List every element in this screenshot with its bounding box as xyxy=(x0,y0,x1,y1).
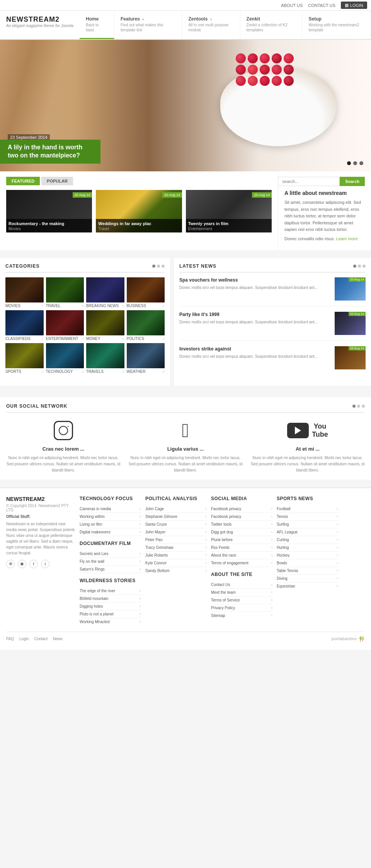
featured-tab[interactable]: FEATURED xyxy=(6,177,40,185)
featured-card-3[interactable]: 20 Aug 14 Twenty years in film Entertain… xyxy=(186,190,272,232)
category-travels[interactable]: TRAVELS○ xyxy=(86,343,124,374)
hero-dot-1[interactable] xyxy=(347,161,351,165)
news-item-1[interactable]: Spa vouchers for wellness Donec mollis o… xyxy=(179,277,366,306)
contact-us-link[interactable]: CONTACT US xyxy=(308,3,335,8)
category-sports[interactable]: SPORTS○ xyxy=(5,343,44,374)
hero-dot-2[interactable] xyxy=(353,161,357,165)
footer-faq-link[interactable]: FAQ xyxy=(6,637,14,641)
footer-link-john-mayer[interactable]: John Mayer○ xyxy=(145,528,207,536)
nav-features[interactable]: Features ▾ Find out what makes this temp… xyxy=(114,11,182,39)
facebook-icon[interactable]: f xyxy=(29,560,38,568)
footer-link-fb1[interactable]: Facebook privacy○ xyxy=(211,505,273,513)
footer-link-secrets[interactable]: Secrets and Lies○ xyxy=(80,550,141,558)
footer-link-kyle[interactable]: Kyle Connor○ xyxy=(145,559,207,567)
about-text-2: Donec convallis odio risus. Learn more xyxy=(284,236,365,243)
footer-link-surfing[interactable]: Surfing○ xyxy=(277,521,339,528)
footer-link-peter-pan[interactable]: Peter Pan○ xyxy=(145,536,207,544)
footer-link-table-tennis[interactable]: Table Tennis○ xyxy=(277,567,339,575)
footer-link-curling[interactable]: Curling○ xyxy=(277,536,339,544)
footer-bottom: FAQ Login Contact News joomlabamboo 🎋 xyxy=(6,632,365,642)
featured-card-1[interactable]: 20 Aug 14 Rockumentary - the making Movi… xyxy=(6,190,92,232)
footer-link-santa-cruze[interactable]: Santa Cruze○ xyxy=(145,521,207,528)
category-breaking-news[interactable]: BREAKING NEWS○ xyxy=(86,277,124,308)
footer-login-link[interactable]: Login xyxy=(19,637,29,641)
feat-badge-1: 20 Aug 14 xyxy=(73,192,92,198)
rss-icon[interactable]: ◉ xyxy=(18,560,26,568)
footer-link-john-cage[interactable]: John Cage○ xyxy=(145,505,207,513)
footer-link-working[interactable]: Working within○ xyxy=(80,513,141,521)
nav-zentools[interactable]: Zentools ▾ All in one multi purpose modu… xyxy=(182,11,240,39)
footer-news-link[interactable]: News xyxy=(53,637,63,641)
footer-link-sitemap[interactable]: Sitemap○ xyxy=(211,612,273,619)
footer-link-living[interactable]: Living on film○ xyxy=(80,521,141,528)
search-input[interactable] xyxy=(278,177,340,186)
footer-link-stephanie[interactable]: Stephanie Gilmore○ xyxy=(145,513,207,521)
footer-col-4: SOCIAL MEDIA Facebook privacy○ Facebook … xyxy=(211,496,273,625)
footer-link-julie[interactable]: Julie Roberts○ xyxy=(145,552,207,559)
category-technology[interactable]: TECHNOLOGY○ xyxy=(46,343,84,374)
footer-link-bowls[interactable]: Bowls○ xyxy=(277,559,339,567)
footer-link-contact[interactable]: Contact Us○ xyxy=(211,581,273,589)
category-politics[interactable]: POLITICS○ xyxy=(127,310,165,341)
footer-contact-link[interactable]: Contact xyxy=(34,637,47,641)
footer-link-afl[interactable]: AFL League○ xyxy=(277,528,339,536)
footer-link-cameras[interactable]: Cameras in media○ xyxy=(80,505,141,513)
footer-link-tos[interactable]: Terms of Service○ xyxy=(211,596,273,604)
popular-tab[interactable]: POPULAR xyxy=(41,177,73,185)
footer-link-fb2[interactable]: Facebook privacy○ xyxy=(211,513,273,521)
footer-link-tracy[interactable]: Tracy Grimshaw○ xyxy=(145,544,207,552)
nav-home[interactable]: Home Back to base xyxy=(80,11,114,39)
footer-link-twitter-tools[interactable]: Twitter tools○ xyxy=(211,521,273,528)
footer-link-rss-feeds[interactable]: Rss Feeds○ xyxy=(211,544,273,552)
feat-badge-2: 20 Aug 14 xyxy=(162,192,182,198)
about-text-1: Sit amet, consectetur adipiscing elit. S… xyxy=(284,199,365,233)
footer-link-plunk[interactable]: Plunk before○ xyxy=(211,536,273,544)
footer-link-about-race[interactable]: About the race○ xyxy=(211,552,273,559)
dribbble-icon[interactable]: ⊕ xyxy=(6,560,15,568)
footer-link-digg[interactable]: Digg got dug○ xyxy=(211,528,273,536)
learn-more-link[interactable]: Learn more xyxy=(336,236,357,241)
news-item-2[interactable]: Party like it's 1999 Donec mollis orci v… xyxy=(179,312,366,341)
login-button[interactable]: ▦ LOGIN xyxy=(341,2,367,9)
nav-zenkit[interactable]: Zenkit Zenkit a collection of K2 templat… xyxy=(240,11,303,39)
hero-illustration xyxy=(209,46,348,162)
feat-badge-3: 20 Aug 14 xyxy=(252,192,272,198)
footer-link-football[interactable]: Football○ xyxy=(277,505,339,513)
footer-link-digging[interactable]: Digging holes○ xyxy=(80,603,141,610)
footer-link-terms-eng[interactable]: Terms of engagement○ xyxy=(211,559,273,567)
footer-link-working-miracles[interactable]: Working Miracles!○ xyxy=(80,618,141,625)
category-travel[interactable]: TRAVEL○ xyxy=(46,277,84,308)
footer-link-saturn[interactable]: Saturn's Rings○ xyxy=(80,566,141,573)
hero-dot-3[interactable] xyxy=(359,161,363,165)
about-us-link[interactable]: ABOUT US xyxy=(281,3,303,8)
footer-link-meet-team[interactable]: Meet the team○ xyxy=(211,589,273,596)
nav-setup[interactable]: Setup Working with the newstream2 templa… xyxy=(302,11,371,39)
categories-header: CATEGORIES xyxy=(5,263,165,273)
footer-link-pluto[interactable]: Pluto is not a planet○ xyxy=(80,610,141,618)
footer-col-2: TECHNOLOGY FOCUS Cameras in media○ Worki… xyxy=(80,496,141,625)
footer-link-equestrian[interactable]: Equestrian○ xyxy=(277,583,339,590)
footer-link-blofeld[interactable]: Blöfeld mountain○ xyxy=(80,595,141,603)
featured-card-2[interactable]: 20 Aug 14 Weddings in far away plac Trav… xyxy=(96,190,182,232)
footer-link-digital[interactable]: Digital makeovers○ xyxy=(80,528,141,536)
footer-link-tennis[interactable]: Tennis○ xyxy=(277,513,339,521)
footer-link-privacy[interactable]: Privacy Policy○ xyxy=(211,604,273,612)
category-classifieds[interactable]: CLASSIFIEDS○ xyxy=(5,310,44,341)
footer-link-hockey[interactable]: Hockey○ xyxy=(277,552,339,559)
footer-link-sandy[interactable]: Sandy Bottom○ xyxy=(145,567,207,574)
footer-link-hurling[interactable]: Hurling○ xyxy=(277,544,339,552)
footer-link-diving[interactable]: Diving○ xyxy=(277,575,339,583)
category-business[interactable]: BUSINESS○ xyxy=(127,277,165,308)
category-weather[interactable]: WEATHER○ xyxy=(127,343,165,374)
footer-link-edge[interactable]: The edge of the river○ xyxy=(80,587,141,595)
footer-link-fly[interactable]: Fly on the wall○ xyxy=(80,558,141,566)
search-button[interactable]: Search xyxy=(340,177,365,186)
top-bar: ABOUT US CONTACT US ▦ LOGIN xyxy=(0,0,371,11)
social-apple:  Ligula varius ... Nunc in nibh eget mi… xyxy=(128,419,243,473)
middle-row: FEATURED POPULAR 20 Aug 14 Rockumentary … xyxy=(0,171,371,250)
category-movies[interactable]: MOVIES○ xyxy=(5,277,44,308)
category-entertainment[interactable]: ENTERTAINMENT○ xyxy=(46,310,84,341)
category-money[interactable]: MONEY○ xyxy=(86,310,124,341)
twitter-icon[interactable]: t xyxy=(41,560,49,568)
news-item-3[interactable]: Investors strike against Donec mollis or… xyxy=(179,346,366,375)
